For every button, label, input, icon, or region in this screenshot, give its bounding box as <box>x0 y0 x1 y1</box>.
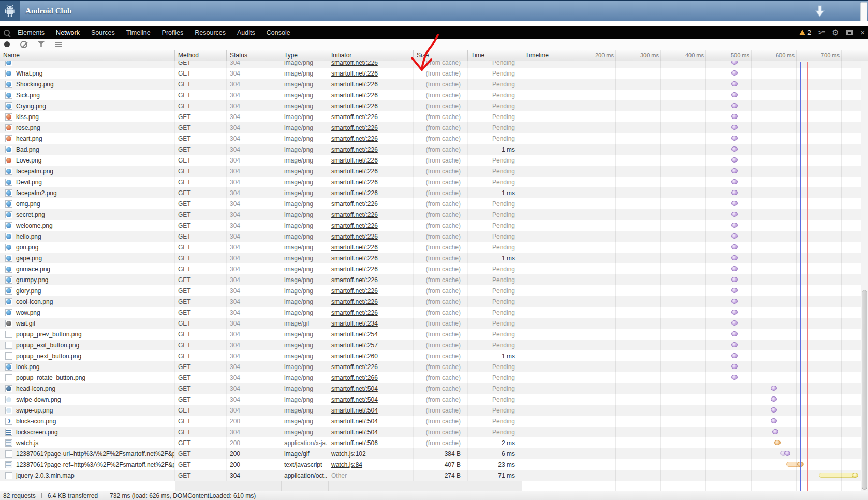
table-row[interactable]: swipe-up.pngGET304image/pngsmartoff.net/… <box>0 405 868 416</box>
initiator-link[interactable]: smartoff.net/:260 <box>331 352 378 360</box>
page-scrollbar-top[interactable] <box>860 2 867 22</box>
dock-icon[interactable] <box>846 30 853 35</box>
table-row[interactable]: lockscreen.pngGET304image/pngsmartoff.ne… <box>0 427 868 437</box>
record-icon[interactable] <box>4 41 10 47</box>
initiator-link[interactable]: smartoff.net/:504 <box>331 418 378 425</box>
table-row[interactable]: wow.pngGET304image/pngsmartoff.net/:226(… <box>0 307 868 318</box>
gear-icon[interactable]: ⚙ <box>832 28 839 37</box>
table-row[interactable]: swipe-down.pngGET304image/pngsmartoff.ne… <box>0 394 868 405</box>
table-row[interactable]: facepalm2.pngGET304image/pngsmartoff.net… <box>0 187 868 198</box>
table-row[interactable]: block-icon.pngGET200image/pngsmartoff.ne… <box>0 416 868 427</box>
initiator-link[interactable]: smartoff.net/:226 <box>331 255 378 262</box>
initiator-link[interactable]: smartoff.net/:226 <box>331 298 378 305</box>
table-row[interactable]: glory.pngGET304image/pngsmartoff.net/:22… <box>0 285 868 296</box>
clear-icon[interactable] <box>20 41 27 48</box>
column-header-method[interactable]: Method <box>175 50 227 61</box>
initiator-link[interactable]: smartoff.net/:226 <box>331 266 378 273</box>
table-row[interactable]: popup_rotate_button.pngGET304image/pngsm… <box>0 372 868 383</box>
detailed-rows-icon[interactable] <box>55 42 62 47</box>
table-row[interactable]: hello.pngGET304image/pngsmartoff.net/:22… <box>0 231 868 242</box>
initiator-link[interactable]: smartoff.net/:226 <box>331 276 378 284</box>
tab-audits[interactable]: Audits <box>237 29 255 36</box>
initiator-link[interactable]: smartoff.net/:504 <box>331 429 378 436</box>
tab-profiles[interactable]: Profiles <box>162 29 184 36</box>
initiator-link[interactable]: smartoff.net/:226 <box>331 81 378 88</box>
table-row[interactable]: grumpy.pngGET304image/pngsmartoff.net/:2… <box>0 274 868 285</box>
close-icon[interactable]: × <box>860 28 865 36</box>
table-row[interactable]: popup_next_button.pngGET304image/pngsmar… <box>0 350 868 361</box>
table-row[interactable]: Shocking.pngGET304image/pngsmartoff.net/… <box>0 79 868 90</box>
initiator-link[interactable]: smartoff.net/:234 <box>331 320 378 327</box>
initiator-link[interactable]: smartoff.net/:226 <box>331 70 378 77</box>
tab-timeline[interactable]: Timeline <box>126 29 151 36</box>
initiator-link[interactable]: smartoff.net/:226 <box>331 168 378 175</box>
scrollbar-thumb[interactable] <box>862 290 867 490</box>
column-header-size[interactable]: Size <box>414 50 468 61</box>
table-row[interactable]: 12387061?page-ref=http%3A%2F%2Fsmartoff.… <box>0 459 868 470</box>
initiator-link[interactable]: smartoff.net/:226 <box>331 113 378 121</box>
table-row[interactable]: popup_exit_button.pngGET304image/pngsmar… <box>0 340 868 350</box>
table-row[interactable]: cool-icon.pngGET304image/pngsmartoff.net… <box>0 296 868 307</box>
table-row[interactable]: rose.pngGET304image/pngsmartoff.net/:226… <box>0 122 868 133</box>
initiator-link[interactable]: smartoff.net/:226 <box>331 102 378 110</box>
column-header-initiator[interactable]: Initiator <box>328 50 414 61</box>
tab-resources[interactable]: Resources <box>195 29 226 36</box>
column-header-type[interactable]: Type <box>281 50 328 61</box>
tab-sources[interactable]: Sources <box>91 29 115 36</box>
initiator-link[interactable]: smartoff.net/:254 <box>331 331 378 338</box>
column-header-timeline[interactable]: Timeline <box>522 50 868 61</box>
console-drawer-icon[interactable]: >≡ <box>818 29 825 36</box>
table-row[interactable]: omg.pngGET304image/pngsmartoff.net/:226(… <box>0 198 868 209</box>
table-row[interactable]: 12387061?page-url=http%3A%2F%2Fsmartoff.… <box>0 448 868 459</box>
initiator-link[interactable]: smartoff.net/:226 <box>331 200 378 208</box>
warnings-badge[interactable]: 2 <box>799 29 811 36</box>
initiator-link[interactable]: smartoff.net/:504 <box>331 396 378 403</box>
initiator-link[interactable]: smartoff.net/:226 <box>331 189 378 197</box>
table-row[interactable]: welcome.pngGET304image/pngsmartoff.net/:… <box>0 220 868 231</box>
initiator-link[interactable]: smartoff.net/:226 <box>331 287 378 295</box>
vertical-scrollbar[interactable] <box>861 61 868 491</box>
initiator-link[interactable]: smartoff.net/:226 <box>331 179 378 186</box>
table-row[interactable]: look.pngGET304image/pngsmartoff.net/:226… <box>0 361 868 372</box>
initiator-link[interactable]: smartoff.net/:226 <box>331 146 378 153</box>
initiator-link[interactable]: smartoff.net/:506 <box>331 439 378 447</box>
column-header-time[interactable]: Time <box>468 50 522 61</box>
table-row[interactable]: Bad.pngGET304image/pngsmartoff.net/:226(… <box>0 144 868 155</box>
initiator-link[interactable]: smartoff.net/:226 <box>331 135 378 142</box>
table-row[interactable]: jquery-2.0.3.min.mapGET304application/oc… <box>0 470 868 481</box>
column-header-name[interactable]: Name <box>0 50 175 61</box>
table-row[interactable]: watch.jsGET200application/x-ja...smartof… <box>0 437 868 448</box>
initiator-link[interactable]: smartoff.net/:226 <box>331 157 378 164</box>
table-row[interactable]: facepalm.pngGET304image/pngsmartoff.net/… <box>0 166 868 177</box>
initiator-link[interactable]: smartoff.net/:226 <box>331 244 378 251</box>
column-header-status[interactable]: Status <box>227 50 281 61</box>
download-arrow-icon[interactable] <box>813 4 827 19</box>
table-row[interactable]: Crying.pngGET304image/pngsmartoff.net/:2… <box>0 100 868 111</box>
initiator-link[interactable]: smartoff.net/:226 <box>331 211 378 218</box>
table-row[interactable]: Sick.pngGET304image/pngsmartoff.net/:226… <box>0 90 868 100</box>
initiator-link[interactable]: watch.js:84 <box>331 461 362 468</box>
initiator-link[interactable]: smartoff.net/:226 <box>331 124 378 131</box>
search-icon[interactable] <box>0 26 13 39</box>
initiator-link[interactable]: smartoff.net/:504 <box>331 385 378 392</box>
filter-icon[interactable] <box>38 41 45 47</box>
table-row[interactable]: wait.gifGET304image/gifsmartoff.net/:234… <box>0 318 868 329</box>
initiator-link[interactable]: smartoff.net/:226 <box>331 233 378 240</box>
initiator-link[interactable]: smartoff.net/:226 <box>331 363 378 371</box>
tab-elements[interactable]: Elements <box>18 29 45 36</box>
table-row[interactable]: grimace.pngGET304image/pngsmartoff.net/:… <box>0 263 868 274</box>
table-row[interactable]: Devil.pngGET304image/pngsmartoff.net/:22… <box>0 177 868 187</box>
table-row[interactable]: GET304image/pngsmartoff.net/:226(from ca… <box>0 61 868 68</box>
table-row[interactable]: head-icon.pngGET304image/pngsmartoff.net… <box>0 383 868 394</box>
tab-network[interactable]: Network <box>56 29 80 36</box>
tab-console[interactable]: Console <box>267 29 290 36</box>
table-row[interactable]: Love.pngGET304image/pngsmartoff.net/:226… <box>0 155 868 166</box>
table-row[interactable]: kiss.pngGET304image/pngsmartoff.net/:226… <box>0 111 868 122</box>
initiator-link[interactable]: smartoff.net/:226 <box>331 92 378 99</box>
table-row[interactable]: gape.pngGET304image/pngsmartoff.net/:226… <box>0 253 868 263</box>
initiator-link[interactable]: smartoff.net/:226 <box>331 61 378 66</box>
table-row[interactable]: heart.pngGET304image/pngsmartoff.net/:22… <box>0 133 868 144</box>
initiator-link[interactable]: smartoff.net/:257 <box>331 342 378 349</box>
table-row[interactable]: popup_prev_button.pngGET304image/pngsmar… <box>0 329 868 340</box>
table-row[interactable]: What.pngGET304image/pngsmartoff.net/:226… <box>0 68 868 79</box>
